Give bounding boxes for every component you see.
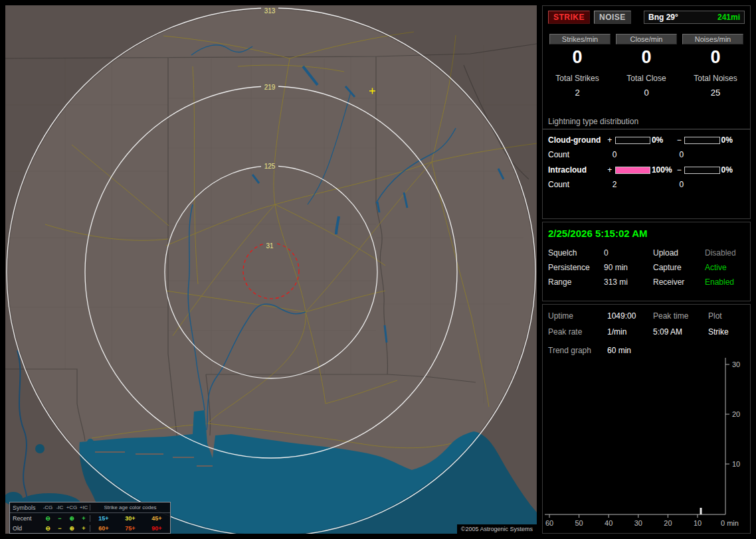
noises-per-min-button[interactable]: Noises/min [682, 34, 743, 44]
age-90: 90+ [143, 525, 170, 532]
cg-negative-bar [684, 137, 719, 144]
uptime-label: Uptime [548, 311, 607, 321]
bearing-distance: 241mi [717, 13, 740, 22]
legend-age-header: Strike age color codes [90, 504, 170, 510]
old-pos-ic-icon: + [78, 525, 90, 532]
ic-positive-pct: 100% [652, 165, 676, 175]
ic-positive-count: 2 [611, 180, 678, 189]
cg-positive-bar [615, 137, 650, 144]
close-per-min-value: 0 [612, 47, 681, 68]
total-strikes-value: 2 [543, 88, 612, 98]
cg-negative-pct: 0% [721, 135, 745, 145]
ic-negative-bar [684, 167, 719, 174]
ic-count-label: Count [548, 180, 611, 189]
age-15: 15+ [90, 515, 117, 522]
recent-pos-cg-icon: ⊕ [66, 515, 78, 522]
minus-sign: − [675, 165, 683, 175]
trend-tick-marks [549, 364, 729, 518]
receiver-section: 2/25/2026 5:15:02 AM Squelch 0 Upload Di… [542, 222, 751, 301]
cg-count-label: Count [548, 150, 611, 159]
minus-sign: − [675, 135, 683, 145]
ic-negative-count: 0 [678, 180, 745, 189]
persistence-label: Persistence [548, 263, 604, 272]
total-noises-label: Total Noises [681, 74, 750, 83]
upload-status: Disabled [705, 248, 745, 258]
intracloud-label: Intracloud [548, 165, 606, 175]
plot-label: Plot [708, 311, 745, 321]
copyright-text: ©2005 Astrogenic Systems [457, 524, 537, 534]
map-legend: Symbols -CG -IC +CG +IC Strike age color… [9, 502, 171, 534]
squelch-value: 0 [604, 248, 653, 258]
x-tick-0-min: 0 min [721, 519, 739, 527]
datetime-display: 2/25/2026 5:15:02 AM [543, 222, 750, 239]
capture-label: Capture [653, 263, 705, 272]
cloud-ground-count-row: Count 0 0 [543, 145, 750, 159]
intracloud-count-row: Count 2 0 [543, 175, 750, 189]
y-tick-10: 10 [732, 460, 740, 468]
uptime-value: 1049:00 [607, 311, 653, 321]
cg-positive-pct: 0% [652, 135, 676, 145]
age-45: 45+ [143, 515, 170, 522]
total-close-label: Total Close [612, 74, 681, 83]
x-tick-10: 10 [694, 519, 702, 527]
upload-label: Upload [653, 248, 705, 258]
ic-negative-pct: 0% [721, 165, 745, 175]
legend-col-pos-cg: +CG [66, 504, 78, 510]
legend-col-neg-cg: -CG [42, 504, 54, 510]
cloud-ground-label: Cloud-ground [548, 135, 606, 145]
radar-map[interactable]: 313 219 125 31 Symbols -CG -IC +CG +IC S… [5, 5, 537, 534]
strikes-per-min-value: 0 [543, 47, 612, 68]
trend-graph-label: Trend graph [548, 346, 607, 355]
y-tick-30: 30 [732, 360, 740, 368]
cloud-ground-row: Cloud-ground + 0% − 0% [543, 129, 750, 145]
y-tick-20: 20 [732, 410, 740, 418]
cg-negative-count: 0 [678, 150, 745, 159]
noise-button[interactable]: NOISE [594, 11, 631, 24]
bearing-label: Bng 29° [648, 13, 678, 22]
old-pos-cg-icon: ⊕ [66, 525, 78, 532]
strikes-per-min-button[interactable]: Strikes/min [549, 34, 611, 44]
radar-map-svg: 313 219 125 31 [5, 5, 537, 534]
range-label-313: 313 [264, 7, 276, 15]
peak-time-label: Peak time [653, 311, 708, 321]
total-strikes-label: Total Strikes [543, 74, 612, 83]
old-neg-ic-icon: − [54, 525, 66, 532]
age-75: 75+ [117, 525, 143, 532]
noises-per-min-value: 0 [681, 47, 750, 68]
cg-positive-count: 0 [611, 150, 678, 159]
total-noises-value: 25 [681, 88, 750, 98]
peak-rate-label: Peak rate [548, 327, 607, 337]
peak-rate-value: 1/min [607, 327, 653, 337]
ic-positive-bar [615, 167, 650, 174]
x-tick-40: 40 [605, 519, 613, 527]
range-label-125: 125 [264, 163, 276, 170]
receiver-status: Enabled [705, 277, 745, 287]
total-close-value: 0 [612, 88, 681, 98]
distribution-title: Lightning type distribution [543, 117, 750, 129]
trend-spike [700, 508, 702, 514]
peak-time-value: 5:09 AM [653, 327, 708, 337]
trend-graph: 30 20 10 60 50 40 30 20 10 0 min [545, 358, 749, 529]
x-tick-50: 50 [575, 519, 583, 527]
legend-col-pos-ic: +IC [78, 504, 90, 510]
persistence-value: 90 min [604, 263, 653, 272]
close-per-min-button[interactable]: Close/min [616, 34, 677, 44]
age-30: 30+ [117, 515, 143, 522]
recent-neg-cg-icon: ⊖ [42, 515, 54, 522]
range-label: Range [548, 277, 604, 287]
legend-symbols-header: Symbols [10, 504, 42, 511]
range-value: 313 mi [604, 277, 653, 287]
counters-section: STRIKE NOISE Bng 29° 241mi Strikes/min C… [542, 5, 751, 219]
recent-neg-ic-icon: − [54, 515, 66, 522]
intracloud-row: Intracloud + 100% − 0% [543, 159, 750, 175]
x-tick-20: 20 [664, 519, 672, 527]
range-label-219: 219 [264, 84, 276, 91]
bearing-box: Bng 29° 241mi [644, 11, 745, 24]
legend-col-neg-ic: -IC [54, 504, 66, 510]
strike-button[interactable]: STRIKE [548, 11, 590, 24]
trend-section: Uptime 1049:00 Peak time Plot Peak rate … [542, 304, 751, 534]
x-tick-30: 30 [634, 519, 642, 527]
plus-sign: + [606, 165, 614, 175]
legend-recent-label: Recent [10, 515, 42, 522]
recent-pos-ic-icon: + [78, 515, 90, 522]
